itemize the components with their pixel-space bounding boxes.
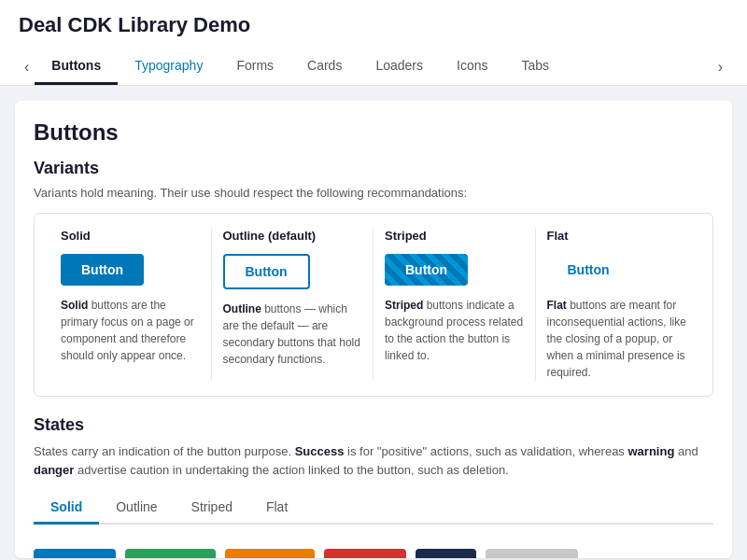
- state-success-button[interactable]: Success: [125, 549, 216, 558]
- variant-outline: Outline (default) Button Outline buttons…: [212, 229, 374, 381]
- flat-button[interactable]: Button: [547, 254, 630, 286]
- tab-typography[interactable]: Typography: [118, 49, 219, 85]
- state-normal-button[interactable]: Normal: [34, 549, 116, 558]
- variants-desc: Variants hold meaning. Their use should …: [34, 186, 713, 200]
- outline-button[interactable]: Button: [223, 254, 310, 289]
- nav-prev-button[interactable]: ‹: [19, 55, 35, 79]
- variant-flat-desc: Flat buttons are meant for inconsequenti…: [547, 297, 687, 381]
- variant-solid-label: Solid: [61, 229, 200, 243]
- variant-solid-desc: Solid buttons are the primary focus on a…: [61, 297, 200, 364]
- variant-striped: Striped Button Striped buttons indicate …: [374, 229, 536, 381]
- state-tab-striped[interactable]: Striped: [175, 492, 249, 525]
- state-danger-button[interactable]: Danger: [324, 549, 406, 558]
- state-warning-button[interactable]: Warning: [225, 549, 314, 558]
- app-header: Deal CDK Library Demo ‹ Buttons Typograp…: [0, 0, 747, 86]
- nav-tabs-container: ‹ Buttons Typography Forms Cards Loaders…: [19, 49, 728, 85]
- variants-title: Variants: [34, 159, 713, 178]
- state-disabled-button: Disabled: [486, 549, 577, 558]
- tab-loaders[interactable]: Loaders: [359, 49, 440, 85]
- variant-flat-btn-wrap: Button: [547, 254, 687, 286]
- page-title: Buttons: [34, 119, 713, 146]
- variant-outline-btn-wrap: Button: [223, 254, 362, 289]
- tab-tabs[interactable]: Tabs: [504, 49, 566, 85]
- variant-striped-btn-wrap: Button: [385, 254, 524, 286]
- nav-tabs: Buttons Typography Forms Cards Loaders I…: [35, 49, 712, 85]
- variant-outline-desc: Outline buttons — which are the default …: [223, 301, 362, 368]
- tab-forms[interactable]: Forms: [219, 49, 290, 85]
- state-tab-flat[interactable]: Flat: [249, 492, 304, 525]
- variant-flat: Flat Button Flat buttons are meant for i…: [536, 229, 698, 381]
- tab-buttons[interactable]: Buttons: [35, 49, 118, 85]
- states-desc: States carry an indication of the button…: [34, 442, 713, 479]
- variant-solid-btn-wrap: Button: [61, 254, 200, 286]
- variants-grid: Solid Button Solid buttons are the prima…: [34, 213, 713, 397]
- striped-button[interactable]: Button: [385, 254, 468, 286]
- state-tab-solid[interactable]: Solid: [34, 492, 99, 525]
- variant-outline-label: Outline (default): [223, 229, 362, 243]
- states-title: States: [34, 415, 713, 435]
- variant-striped-desc: Striped buttons indicate a background pr…: [385, 297, 524, 364]
- tab-cards[interactable]: Cards: [290, 49, 359, 85]
- state-info-button[interactable]: Info: [416, 549, 477, 558]
- nav-next-button[interactable]: ›: [712, 55, 728, 79]
- states-buttons: Normal Success Warning Danger Info Disab…: [34, 539, 713, 558]
- variant-solid: Solid Button Solid buttons are the prima…: [49, 229, 212, 381]
- variant-striped-label: Striped: [385, 229, 524, 243]
- states-tabs: Solid Outline Striped Flat: [34, 492, 713, 525]
- solid-button[interactable]: Button: [61, 254, 144, 286]
- app-title: Deal CDK Library Demo: [19, 13, 728, 37]
- state-tab-outline[interactable]: Outline: [99, 492, 174, 525]
- tab-icons[interactable]: Icons: [440, 49, 504, 85]
- main-content: Buttons Variants Variants hold meaning. …: [15, 101, 732, 558]
- variant-flat-label: Flat: [547, 229, 687, 243]
